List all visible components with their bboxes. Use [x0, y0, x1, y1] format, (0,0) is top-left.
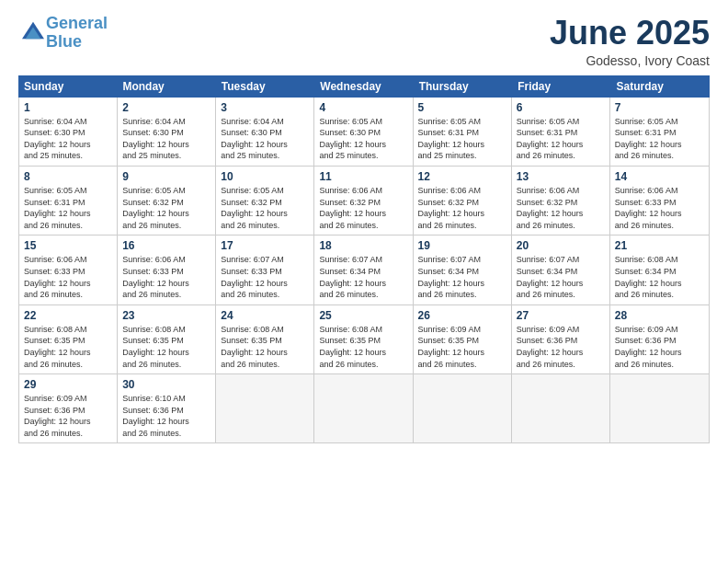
- title-block: June 2025 Godesso, Ivory Coast: [550, 15, 710, 68]
- calendar-cell-4-3: 24Sunrise: 6:08 AMSunset: 6:35 PMDayligh…: [216, 305, 314, 373]
- cell-info-line: and 26 minutes.: [615, 289, 704, 301]
- day-number: 6: [517, 101, 605, 114]
- cell-info-line: Sunrise: 6:05 AM: [615, 116, 704, 128]
- cell-info-line: Sunrise: 6:08 AM: [615, 254, 704, 266]
- cell-info-line: and 26 minutes.: [24, 359, 112, 371]
- calendar-cell-5-2: 30Sunrise: 6:10 AMSunset: 6:36 PMDayligh…: [118, 374, 216, 442]
- day-number: 4: [319, 101, 407, 114]
- calendar-cell-1-5: 5Sunrise: 6:05 AMSunset: 6:31 PMDaylight…: [414, 98, 512, 166]
- cell-info-line: Daylight: 12 hours: [319, 139, 407, 151]
- cell-info-line: and 26 minutes.: [122, 289, 210, 301]
- cell-info-line: Daylight: 12 hours: [24, 208, 112, 220]
- cell-info-line: and 26 minutes.: [122, 359, 210, 371]
- day-number: 7: [615, 101, 704, 114]
- calendar-cell-2-4: 11Sunrise: 6:06 AMSunset: 6:32 PMDayligh…: [314, 167, 413, 235]
- calendar-cell-2-1: 8Sunrise: 6:05 AMSunset: 6:31 PMDaylight…: [19, 167, 118, 235]
- cell-info-line: Daylight: 12 hours: [221, 208, 309, 220]
- cell-info-line: Sunset: 6:31 PM: [615, 127, 704, 139]
- header-monday: Monday: [117, 75, 215, 98]
- cell-info-line: Daylight: 12 hours: [615, 278, 704, 290]
- cell-info-line: Daylight: 12 hours: [418, 139, 506, 151]
- cell-info-line: and 26 minutes.: [122, 428, 210, 440]
- cell-info-line: and 26 minutes.: [517, 359, 605, 371]
- header-wednesday: Wednesday: [314, 75, 413, 98]
- calendar-cell-3-1: 15Sunrise: 6:06 AMSunset: 6:33 PMDayligh…: [19, 236, 118, 304]
- cell-info-line: and 26 minutes.: [615, 150, 704, 162]
- cell-info-line: Sunset: 6:33 PM: [122, 266, 210, 278]
- cell-info-line: and 25 minutes.: [319, 150, 407, 162]
- cell-info-line: and 25 minutes.: [122, 150, 210, 162]
- cell-info-line: Sunset: 6:36 PM: [517, 335, 605, 347]
- cell-info-line: Daylight: 12 hours: [122, 208, 210, 220]
- header-sunday: Sunday: [18, 75, 117, 98]
- day-number: 9: [122, 170, 210, 183]
- cell-info-line: Sunset: 6:31 PM: [418, 127, 506, 139]
- cell-info-line: Daylight: 12 hours: [615, 139, 704, 151]
- cell-info-line: and 26 minutes.: [517, 150, 605, 162]
- day-number: 11: [319, 170, 407, 183]
- cell-info-line: Daylight: 12 hours: [418, 278, 506, 290]
- calendar-cell-3-7: 21Sunrise: 6:08 AMSunset: 6:34 PMDayligh…: [610, 236, 709, 304]
- calendar-week-3: 15Sunrise: 6:06 AMSunset: 6:33 PMDayligh…: [19, 236, 709, 304]
- cell-info-line: Daylight: 12 hours: [221, 278, 309, 290]
- cell-info-line: Daylight: 12 hours: [418, 347, 506, 359]
- day-number: 1: [24, 101, 112, 114]
- calendar-week-5: 29Sunrise: 6:09 AMSunset: 6:36 PMDayligh…: [19, 374, 709, 442]
- cell-info-line: Daylight: 12 hours: [122, 416, 210, 428]
- day-number: 18: [319, 239, 407, 252]
- cell-info-line: Daylight: 12 hours: [418, 208, 506, 220]
- cell-info-line: Sunrise: 6:06 AM: [24, 254, 112, 266]
- cell-info-line: Sunrise: 6:09 AM: [517, 324, 605, 336]
- cell-info-line: and 26 minutes.: [418, 359, 506, 371]
- cell-info-line: and 26 minutes.: [418, 220, 506, 232]
- day-number: 23: [122, 309, 210, 322]
- cell-info-line: Sunrise: 6:06 AM: [319, 185, 407, 197]
- cell-info-line: Sunset: 6:31 PM: [517, 127, 605, 139]
- calendar: Sunday Monday Tuesday Wednesday Thursday…: [18, 75, 710, 554]
- calendar-body: 1Sunrise: 6:04 AMSunset: 6:30 PMDaylight…: [18, 98, 710, 444]
- header: General Blue June 2025 Godesso, Ivory Co…: [18, 15, 710, 68]
- cell-info-line: Sunset: 6:33 PM: [615, 197, 704, 209]
- calendar-cell-4-4: 25Sunrise: 6:08 AMSunset: 6:35 PMDayligh…: [314, 305, 413, 373]
- cell-info-line: Daylight: 12 hours: [517, 278, 605, 290]
- cell-info-line: and 26 minutes.: [517, 220, 605, 232]
- cell-info-line: Sunrise: 6:08 AM: [122, 324, 210, 336]
- cell-info-line: Sunrise: 6:04 AM: [122, 116, 210, 128]
- calendar-cell-2-5: 12Sunrise: 6:06 AMSunset: 6:32 PMDayligh…: [414, 167, 512, 235]
- calendar-cell-5-3: [216, 374, 314, 442]
- cell-info-line: Sunset: 6:31 PM: [24, 197, 112, 209]
- cell-info-line: Sunrise: 6:05 AM: [418, 116, 506, 128]
- calendar-week-2: 8Sunrise: 6:05 AMSunset: 6:31 PMDaylight…: [19, 167, 709, 236]
- calendar-cell-2-6: 13Sunrise: 6:06 AMSunset: 6:32 PMDayligh…: [512, 167, 610, 235]
- logo-general: General: [46, 14, 108, 32]
- day-number: 19: [418, 239, 506, 252]
- cell-info-line: Sunset: 6:34 PM: [319, 266, 407, 278]
- day-number: 12: [418, 170, 506, 183]
- cell-info-line: and 26 minutes.: [517, 289, 605, 301]
- calendar-rows: 1Sunrise: 6:04 AMSunset: 6:30 PMDaylight…: [19, 98, 709, 443]
- calendar-cell-1-4: 4Sunrise: 6:05 AMSunset: 6:30 PMDaylight…: [314, 98, 413, 166]
- day-number: 8: [24, 170, 112, 183]
- cell-info-line: Sunrise: 6:08 AM: [221, 324, 309, 336]
- calendar-cell-5-1: 29Sunrise: 6:09 AMSunset: 6:36 PMDayligh…: [19, 374, 118, 442]
- logo-text: General Blue: [46, 15, 108, 52]
- calendar-cell-5-7: [610, 374, 709, 442]
- day-number: 15: [24, 239, 112, 252]
- cell-info-line: Sunset: 6:33 PM: [221, 266, 309, 278]
- calendar-cell-1-7: 7Sunrise: 6:05 AMSunset: 6:31 PMDaylight…: [610, 98, 709, 166]
- day-number: 27: [517, 309, 605, 322]
- cell-info-line: Sunrise: 6:07 AM: [517, 254, 605, 266]
- day-number: 25: [319, 309, 407, 322]
- month-title: June 2025: [550, 15, 710, 52]
- calendar-header: Sunday Monday Tuesday Wednesday Thursday…: [18, 75, 710, 98]
- calendar-cell-3-4: 18Sunrise: 6:07 AMSunset: 6:34 PMDayligh…: [314, 236, 413, 304]
- day-number: 22: [24, 309, 112, 322]
- cell-info-line: Sunrise: 6:05 AM: [319, 116, 407, 128]
- logo-blue: Blue: [46, 32, 82, 51]
- cell-info-line: Sunset: 6:34 PM: [615, 266, 704, 278]
- calendar-cell-3-5: 19Sunrise: 6:07 AMSunset: 6:34 PMDayligh…: [414, 236, 512, 304]
- cell-info-line: and 26 minutes.: [221, 359, 309, 371]
- calendar-cell-4-7: 28Sunrise: 6:09 AMSunset: 6:36 PMDayligh…: [610, 305, 709, 373]
- cell-info-line: Daylight: 12 hours: [615, 347, 704, 359]
- cell-info-line: Sunrise: 6:07 AM: [319, 254, 407, 266]
